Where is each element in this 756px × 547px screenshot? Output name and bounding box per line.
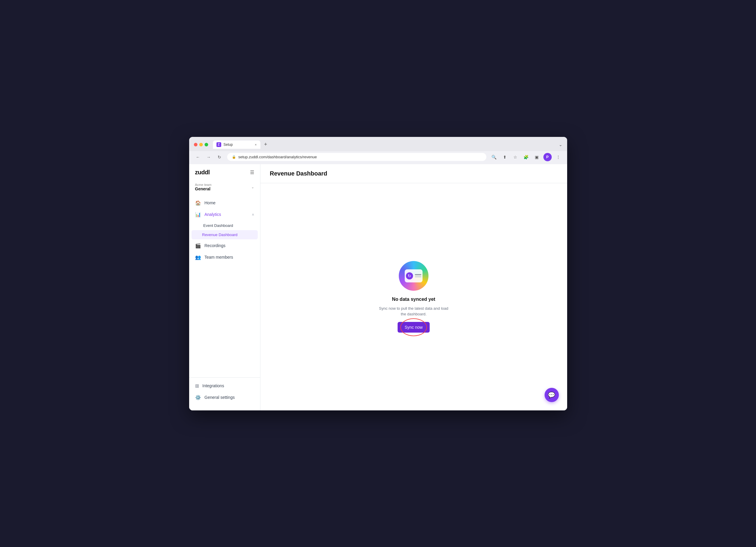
maximize-traffic-light[interactable] [205, 143, 208, 146]
sidebar-item-revenue-dashboard[interactable]: Revenue Dashboard [192, 230, 258, 239]
sidebar-item-general-settings[interactable]: ⚙️ General settings [189, 392, 260, 403]
main-header: Revenue Dashboard [260, 164, 567, 183]
home-icon: 🏠 [195, 200, 201, 206]
sidebar-item-analytics[interactable]: 📊 Analytics ∧ [189, 209, 260, 220]
empty-state-title: No data synced yet [392, 297, 435, 302]
sidebar-item-event-dashboard[interactable]: Event Dashboard [189, 221, 260, 230]
sidebar-nav: 🏠 Home 📊 Analytics ∧ Event Dashboard Rev… [189, 196, 260, 377]
recordings-icon: 🎬 [195, 243, 201, 249]
empty-state-icon: ↻ [399, 261, 428, 291]
workspace-info: Acme team General [195, 183, 212, 191]
hamburger-menu-button[interactable]: ☰ [250, 170, 254, 175]
sidebar-item-integrations[interactable]: ⊞ Integrations [189, 380, 260, 392]
browser-window: Z Setup × + ⌄ ← → ↻ 🔒 setup.zuddl.com/da… [189, 137, 567, 410]
url-bar[interactable]: 🔒 setup.zuddl.com/dashboard/analytics/re… [227, 153, 486, 161]
app-content: zuddl ☰ Acme team General ⌄ 🏠 Home 📊 [189, 164, 567, 410]
analytics-chevron-icon: ∧ [252, 213, 254, 216]
url-text: setup.zuddl.com/dashboard/analytics/reve… [238, 155, 317, 159]
main-body: ↻ No data synced yet Sync now to pull th… [260, 183, 567, 410]
chat-icon: 💬 [548, 391, 555, 399]
empty-state-icon-inner: ↻ [405, 269, 423, 282]
analytics-sub-nav: Event Dashboard Revenue Dashboard [189, 220, 260, 240]
sidebar-logo-area: zuddl ☰ [189, 169, 260, 181]
extensions-button[interactable]: 🧩 [522, 153, 530, 161]
title-bar: Z Setup × + ⌄ [189, 137, 567, 151]
sync-circle-icon: ↻ [406, 272, 413, 279]
empty-state-description: Sync now to pull the latest data and loa… [378, 306, 449, 317]
logo: zuddl [195, 169, 210, 176]
address-bar: ← → ↻ 🔒 setup.zuddl.com/dashboard/analyt… [189, 151, 567, 164]
lock-icon: 🔒 [232, 155, 236, 159]
workspace-name: General [195, 186, 212, 191]
sidebar-item-analytics-label: Analytics [205, 212, 248, 217]
sidebar-bottom: ⊞ Integrations ⚙️ General settings [189, 377, 260, 406]
analytics-icon: 📊 [195, 212, 201, 217]
workspace-selector[interactable]: Acme team General ⌄ [189, 181, 260, 196]
sidebar-item-general-settings-label: General settings [205, 395, 254, 400]
sidebar-item-recordings-label: Recordings [205, 243, 254, 248]
sidebar-item-integrations-label: Integrations [203, 383, 254, 388]
integrations-icon: ⊞ [195, 383, 199, 389]
tab-close-button[interactable]: × [255, 143, 257, 146]
sidebar-item-recordings[interactable]: 🎬 Recordings [189, 240, 260, 252]
browser-tab[interactable]: Z Setup × [213, 140, 260, 149]
sidebar-item-team-members[interactable]: 👥 Team members [189, 252, 260, 263]
new-tab-button[interactable]: + [262, 140, 270, 149]
workspace-chevron-icon: ⌄ [251, 185, 254, 189]
sync-button-wrapper: Sync now [398, 322, 430, 333]
card-lines [415, 274, 421, 277]
minimize-traffic-light[interactable] [199, 143, 203, 146]
traffic-lights [194, 143, 208, 146]
card-line-2 [415, 276, 421, 277]
general-settings-icon: ⚙️ [195, 395, 201, 400]
refresh-button[interactable]: ↻ [215, 153, 224, 161]
tab-bar: Z Setup × + [213, 140, 556, 149]
close-traffic-light[interactable] [194, 143, 197, 146]
page-title: Revenue Dashboard [270, 170, 558, 177]
share-button[interactable]: ⬆ [501, 153, 509, 161]
sidebar-toggle-button[interactable]: ▣ [533, 153, 541, 161]
tab-title: Setup [224, 143, 233, 147]
team-members-icon: 👥 [195, 254, 201, 260]
browser-chrome: Z Setup × + ⌄ ← → ↻ 🔒 setup.zuddl.com/da… [189, 137, 567, 164]
browser-actions: 🔍 ⬆ ☆ 🧩 ▣ P ⋮ [490, 153, 562, 161]
tab-favicon: Z [216, 142, 221, 147]
more-options-button[interactable]: ⋮ [554, 153, 562, 161]
sidebar-item-home[interactable]: 🏠 Home [189, 197, 260, 209]
nav-buttons: ← → ↻ [194, 153, 224, 161]
workspace-team-name: Acme team [195, 183, 212, 186]
back-button[interactable]: ← [194, 153, 202, 161]
card-line-1 [415, 274, 421, 275]
forward-button[interactable]: → [205, 153, 213, 161]
sidebar-item-home-label: Home [205, 200, 254, 205]
profile-button[interactable]: P [543, 153, 552, 161]
sidebar-item-team-members-label: Team members [205, 255, 254, 260]
sidebar: zuddl ☰ Acme team General ⌄ 🏠 Home 📊 [189, 164, 260, 410]
sync-now-button[interactable]: Sync now [398, 322, 430, 333]
search-button[interactable]: 🔍 [490, 153, 498, 161]
window-minimize-icon[interactable]: ⌄ [559, 142, 562, 147]
main-content: Revenue Dashboard ↻ No data [260, 164, 567, 410]
bookmark-button[interactable]: ☆ [511, 153, 520, 161]
chat-bubble-button[interactable]: 💬 [545, 388, 559, 402]
empty-state: ↻ No data synced yet Sync now to pull th… [378, 261, 449, 333]
